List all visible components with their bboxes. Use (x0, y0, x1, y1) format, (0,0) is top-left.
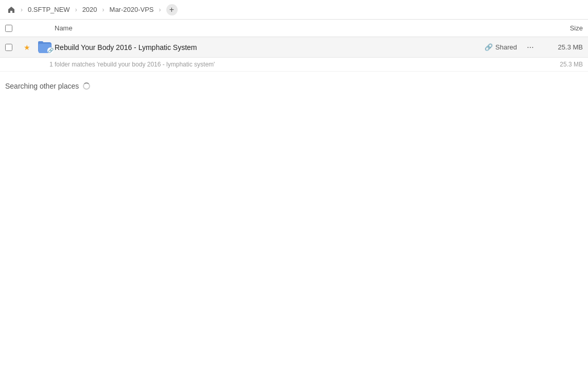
more-options-button[interactable]: ··· (523, 40, 538, 55)
home-button[interactable] (5, 4, 18, 16)
breadcrumb-mar2020vps[interactable]: Mar-2020-VPS (108, 5, 156, 14)
size-column-header[interactable]: Size (531, 24, 583, 32)
match-info-size: 25.3 MB (560, 61, 583, 68)
row-checkbox-cell[interactable] (5, 44, 24, 51)
separator-3: › (102, 6, 105, 13)
file-size: 25.3 MB (542, 43, 583, 51)
shared-area: 🔗 Shared (485, 43, 517, 51)
file-name[interactable]: Rebuild Your Body 2016 - Lymphatic Syste… (55, 43, 485, 52)
breadcrumb-0sftp[interactable]: 0.SFTP_NEW (26, 5, 72, 14)
folder-icon-wrapper: 🔗 (38, 41, 53, 54)
column-headers: Name Size (0, 20, 588, 37)
toolbar: › 0.SFTP_NEW › 2020 › Mar-2020-VPS › + (0, 0, 588, 20)
star-icon[interactable]: ★ (24, 43, 30, 52)
link-overlay-icon: 🔗 (47, 47, 54, 54)
add-tab-button[interactable]: + (166, 4, 178, 15)
share-icon: 🔗 (485, 43, 493, 51)
select-all-checkbox[interactable] (5, 25, 12, 32)
separator-4: › (159, 6, 161, 13)
separator-2: › (75, 6, 77, 13)
separator-1: › (21, 6, 23, 13)
searching-spinner (83, 82, 90, 90)
star-cell[interactable]: ★ (24, 43, 38, 52)
name-column-header[interactable]: Name (55, 24, 531, 32)
searching-label: Searching other places (5, 82, 79, 90)
select-all-checkbox-cell[interactable] (5, 25, 24, 32)
folder-icon-cell: 🔗 (38, 41, 55, 54)
breadcrumb-2020[interactable]: 2020 (80, 5, 99, 14)
match-info-text: 1 folder matches 'rebuild your body 2016… (49, 61, 215, 68)
searching-row: Searching other places (0, 72, 588, 95)
shared-label: Shared (495, 43, 517, 51)
more-dots-icon: ··· (527, 43, 533, 52)
file-row[interactable]: ★ 🔗 Rebuild Your Body 2016 - Lymphatic S… (0, 37, 588, 58)
row-checkbox[interactable] (5, 44, 12, 51)
match-info-row: 1 folder matches 'rebuild your body 2016… (0, 58, 588, 72)
